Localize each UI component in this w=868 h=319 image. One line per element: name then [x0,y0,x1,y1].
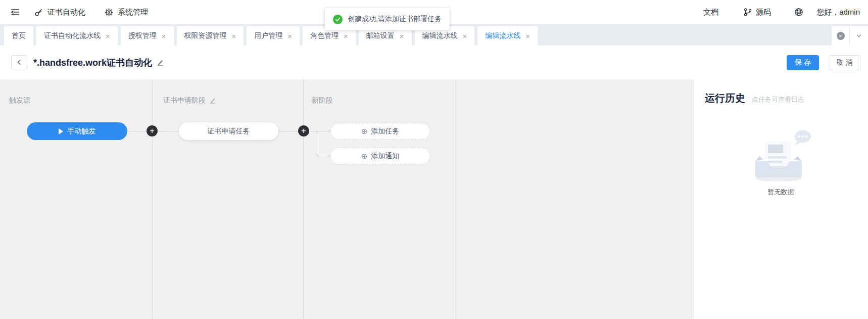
column-header-new-stage: 新阶段 [312,96,333,105]
key-icon [34,8,43,17]
tab-close-icon[interactable]: × [287,32,292,40]
tab-close-icon[interactable]: × [162,32,166,40]
add-stage-button[interactable]: + [147,125,158,136]
cancel-button[interactable]: 取 消 [829,55,860,70]
menu-fold-icon[interactable] [10,7,20,17]
tab-label: 编辑流水线 [485,31,520,40]
tab-label: 角色管理 [310,31,339,40]
tab-controls: × [832,26,868,45]
tab-close-icon[interactable]: × [525,32,530,40]
column-header-trigger: 触发源 [9,96,30,105]
manual-trigger-node[interactable]: 手动触发 [27,122,127,140]
history-header: 运行历史 点任务可查看日志 [705,92,804,105]
git-branch-icon [744,8,752,16]
close-all-tabs-button[interactable]: × [832,26,849,45]
tab-list: 首页 证书自动化流水线 × 授权管理 × 权限资源管理 × 用户管理 × 角色管… [4,26,538,45]
tab-close-icon[interactable]: × [463,32,467,40]
column-title: 触发源 [9,96,30,105]
play-icon [59,128,63,134]
column-divider [303,79,304,319]
run-history-panel: 运行历史 点任务可查看日志 暂无数据 [693,79,868,319]
add-notification-label: 添加通知 [371,152,399,161]
success-check-icon [333,15,343,24]
back-button[interactable] [11,55,27,69]
tab-perm-resource-mgmt[interactable]: 权限资源管理 × [177,26,244,45]
topbar-right: 文档 源码 您好，admin [703,8,868,17]
tab-edit-pipeline-2-active[interactable]: 编辑流水线 × [477,26,538,45]
tab-label: 编辑流水线 [422,31,458,40]
gear-icon [105,8,113,17]
column-divider [456,79,456,319]
history-subtitle: 点任务可查看日志 [752,95,804,104]
nav-label: 系统管理 [118,8,148,17]
column-title: 证书申请阶段 [163,96,206,105]
tab-label: 授权管理 [128,31,157,40]
nav-label: 证书自动化 [47,8,85,17]
close-all-icon: × [837,32,845,40]
column-title: 新阶段 [312,96,333,105]
tab-label: 权限资源管理 [184,31,227,40]
chevron-left-icon [16,59,23,66]
connector-line [158,131,179,131]
connector-line [310,131,330,131]
tab-close-icon[interactable]: × [106,32,110,40]
tab-close-icon[interactable]: × [400,32,404,40]
edit-stage-icon[interactable] [209,97,216,104]
tab-auth-mgmt[interactable]: 授权管理 × [121,26,174,45]
empty-state: 暂无数据 [694,130,868,197]
column-header-cert-stage: 证书申请阶段 [163,96,216,105]
add-notification-button[interactable]: ⊕ 添加通知 [330,148,430,164]
edit-title-icon[interactable] [156,59,164,67]
docs-link[interactable]: 文档 [703,8,718,17]
add-task-label: 添加任务 [371,127,399,136]
save-button[interactable]: 保 存 [787,55,819,70]
globe-icon[interactable] [794,8,803,17]
circle-plus-icon: ⊕ [361,152,368,160]
page-title-wrap: *.handsfree.work证书自动化 [33,45,164,79]
column-divider [152,79,153,319]
title-bar: *.handsfree.work证书自动化 保 存 取 消 [0,45,868,79]
connector-line [317,156,330,156]
tab-options-button[interactable] [850,26,867,45]
page-title: *.handsfree.work证书自动化 [33,57,152,69]
tab-home[interactable]: 首页 [4,26,33,45]
tab-label: 证书自动化流水线 [44,31,101,40]
nav-system-mgmt[interactable]: 系统管理 [105,8,148,17]
nav-cert-automation[interactable]: 证书自动化 [34,8,85,17]
connector-line [278,131,298,131]
user-greeting[interactable]: 您好，admin [816,8,860,17]
tab-close-icon[interactable]: × [232,32,236,40]
empty-text: 暂无数据 [768,188,794,197]
circle-plus-icon: ⊕ [361,127,368,135]
task-label: 证书申请任务 [208,127,250,136]
add-task-button[interactable]: ⊕ 添加任务 [330,123,430,140]
tab-cert-pipeline-list[interactable]: 证书自动化流水线 × [36,26,118,45]
tab-label: 首页 [12,31,26,40]
connector-line [317,131,317,156]
tab-label: 用户管理 [254,31,282,40]
source-label: 源码 [756,8,771,17]
chevron-down-icon [855,32,862,39]
history-title: 运行历史 [705,92,745,105]
topbar-nav: 证书自动化 系统管理 [34,8,148,17]
plus-icon: + [150,127,154,135]
toast-message: 创建成功,请添加证书部署任务 [348,15,442,24]
empty-inbox-illustration [748,130,814,183]
success-toast: 创建成功,请添加证书部署任务 [325,8,450,30]
pipeline-canvas: 触发源 证书申请阶段 新阶段 + + [0,79,693,319]
cert-request-task-node[interactable]: 证书申请任务 [179,122,278,140]
tab-user-mgmt[interactable]: 用户管理 × [247,26,300,45]
plus-icon: + [301,127,306,135]
tab-close-icon[interactable]: × [344,32,348,40]
tab-label: 邮箱设置 [366,31,395,40]
app-window: 证书自动化 系统管理 文档 [0,0,868,319]
add-stage-button[interactable]: + [298,125,309,136]
trigger-label: 手动触发 [68,127,96,136]
source-link[interactable]: 源码 [744,8,771,17]
connector-line [127,131,146,131]
